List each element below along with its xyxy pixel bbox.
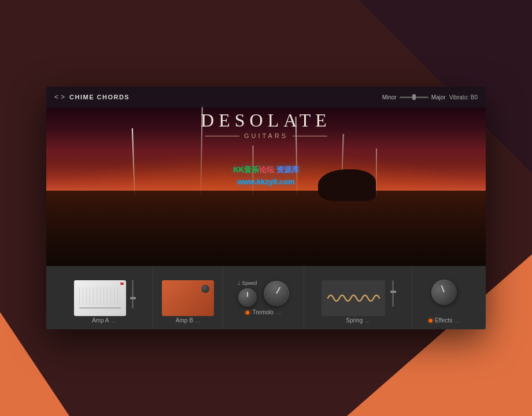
amp-a-bar (79, 307, 121, 309)
header-left: < > CHIME CHORDS (54, 93, 130, 101)
amp-b-section: Amp B ... (153, 266, 223, 329)
key-section: Minor Major (382, 94, 446, 101)
title-overlay: DESOLATE GUITARS (46, 110, 486, 140)
plugin-title: DESOLATE (46, 110, 486, 131)
tremolo-speed-label: ♩ Speed (238, 280, 257, 286)
effects-led[interactable] (429, 319, 433, 322)
effects-section: Effects ... (412, 266, 476, 329)
title-divider: GUITARS (46, 132, 486, 139)
nav-prev-button[interactable]: < (54, 93, 58, 101)
desert-background: DESOLATE GUITARS KK音乐论坛 资源库 www.kkzy8.co… (46, 87, 486, 266)
rock-silhouette (318, 169, 376, 201)
nav-next-button[interactable]: > (61, 93, 65, 101)
light-beam-6 (376, 148, 377, 198)
amp-a-grid (79, 287, 121, 305)
plugin-container: < > CHIME CHORDS Minor Major Vibrato: B0 (46, 87, 486, 329)
amp-a-label: Amp A ... (92, 317, 116, 324)
tremolo-inner: ♩ Speed (238, 280, 289, 307)
light-beam-3 (253, 146, 253, 198)
key-minor-label: Minor (382, 94, 397, 101)
header-right: Minor Major Vibrato: B0 (382, 94, 478, 101)
spring-coil (325, 289, 382, 307)
amp-a-indicator (120, 283, 124, 285)
tremolo-led[interactable] (246, 311, 249, 314)
effects-dots[interactable]: ... (455, 317, 459, 324)
ground (46, 191, 486, 266)
key-thumb (412, 94, 416, 100)
plugin-header: < > CHIME CHORDS Minor Major Vibrato: B0 (46, 87, 486, 107)
scene-area: DESOLATE GUITARS KK音乐论坛 资源库 www.kkzy8.co… (46, 87, 486, 266)
amp-a-section: Amp A ... (56, 266, 153, 329)
spring-section: Spring ... (304, 266, 411, 329)
amp-a-slider[interactable] (132, 280, 134, 317)
spring-display[interactable] (322, 280, 385, 316)
controls-bar: Amp A ... Amp B ... ♩ Speed (46, 266, 486, 329)
plugin-subtitle: GUITARS (244, 132, 288, 139)
vibrato-label: Vibrato: B0 (449, 94, 478, 101)
title-line-right (293, 136, 327, 136)
effects-label: Effects (435, 317, 452, 324)
effects-label-row: Effects ... (429, 317, 460, 324)
title-line-left (205, 136, 239, 136)
tremolo-label: Tremolo (253, 309, 274, 315)
nav-arrows: < > (54, 93, 65, 101)
tremolo-section: ♩ Speed Tremolo ... (223, 266, 304, 329)
key-major-label: Major (431, 94, 446, 101)
preset-name[interactable]: CHIME CHORDS (69, 94, 130, 101)
amp-a-slider-track (132, 280, 134, 309)
spring-slider-track (392, 280, 394, 307)
amp-a-display[interactable] (74, 280, 126, 316)
amp-b-knob[interactable] (201, 285, 209, 293)
amp-b-label: Amp B ... (176, 317, 200, 324)
amp-a-slider-thumb (130, 297, 136, 299)
tremolo-dots[interactable]: ... (277, 309, 282, 315)
tremolo-speed-knob[interactable] (238, 288, 257, 307)
spring-label: Spring ... (346, 317, 370, 324)
amp-b-display[interactable] (162, 280, 214, 316)
key-slider[interactable] (400, 96, 428, 98)
effects-inner (431, 280, 457, 305)
tremolo-depth-knob[interactable] (259, 276, 294, 311)
tremolo-row: Tremolo ... (246, 309, 282, 315)
spring-slider-thumb (390, 291, 396, 293)
spring-slider[interactable] (392, 280, 394, 316)
amp-a-display-inner (74, 280, 126, 316)
tremolo-speed-group: ♩ Speed (238, 280, 257, 307)
effects-knob[interactable] (428, 276, 460, 308)
